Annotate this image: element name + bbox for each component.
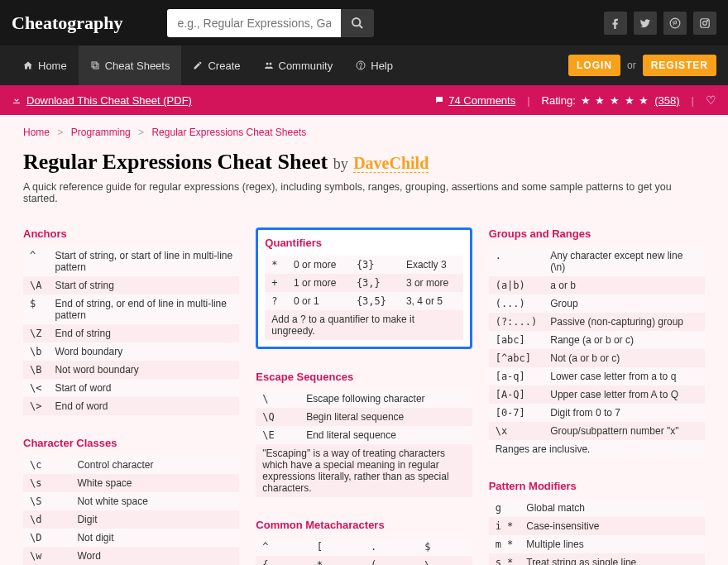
symbol-cell: (...) <box>489 294 544 313</box>
symbol-cell: . <box>489 247 544 276</box>
breadcrumb: Home > Programming > Regular Expressions… <box>23 127 705 138</box>
nav-help-label: Help <box>371 60 393 72</box>
symbol-cell: \E <box>256 426 299 444</box>
commonmeta-card: Common Metacharacters ^[.${*(\+)|?<>The … <box>256 519 472 565</box>
author-link[interactable]: DaveChild <box>353 154 429 173</box>
symbol-cell: \d <box>23 510 70 529</box>
search-form <box>167 9 374 37</box>
note-cell: Add a ? to a quantifier to make it ungre… <box>265 310 462 340</box>
description-cell: Begin literal sequence <box>299 408 472 426</box>
modifiers-table: gGlobal matchi *Case-insensitivem *Multi… <box>489 499 705 565</box>
nav-home[interactable]: Home <box>12 45 79 85</box>
svg-point-8 <box>266 63 268 65</box>
pinterest-icon[interactable] <box>663 12 687 35</box>
table-row: \EEnd literal sequence <box>256 426 472 444</box>
symbol-cell: (a|b) <box>489 276 544 294</box>
commonmeta-title: Common Metacharacters <box>256 519 472 531</box>
column-2: Quantifiers *0 or more{3}Exactly 3+1 or … <box>256 227 472 565</box>
table-row: [a-q]Lower case letter from a to q <box>489 367 705 385</box>
symbol-cell: $ <box>23 294 48 324</box>
facebook-icon[interactable] <box>604 12 627 35</box>
description-cell: Multiple lines <box>520 535 705 553</box>
table-row: \BNot word boundary <box>23 361 239 379</box>
login-button[interactable]: LOGIN <box>568 55 620 76</box>
breadcrumb-regex[interactable]: Regular Expressions Cheat Sheets <box>151 127 306 138</box>
register-button[interactable]: REGISTER <box>643 55 716 76</box>
symbol-cell: [ <box>310 538 364 556</box>
symbol-cell: (?:...) <box>489 313 544 331</box>
rating-count-link[interactable]: (358) <box>654 94 679 107</box>
nav-community[interactable]: Community <box>252 45 345 85</box>
anchors-card: Anchors ^Start of string, or start of li… <box>23 227 239 415</box>
groups-card: Groups and Ranges .Any character except … <box>489 227 705 458</box>
svg-rect-6 <box>93 64 98 69</box>
table-row: [0-7]Digit from 0 to 7 <box>489 404 705 422</box>
note-cell: "Escaping" is a way of treating characte… <box>256 444 472 497</box>
twitter-icon[interactable] <box>634 12 657 35</box>
table-row: [^abc]Not (a or b or c) <box>489 349 705 367</box>
description-cell: a or b <box>544 276 705 294</box>
table-row: {*(\ <box>256 556 472 565</box>
table-row: \QBegin literal sequence <box>256 408 472 426</box>
search-icon <box>351 17 364 30</box>
site-logo[interactable]: Cheatography <box>12 12 122 34</box>
table-row: \ZEnd of string <box>23 324 239 342</box>
breadcrumb-programming[interactable]: Programming <box>71 127 131 138</box>
svg-point-11 <box>361 68 362 69</box>
rating-label: Rating: <box>542 94 576 107</box>
table-row: +1 or more{3,}3 or more <box>265 274 462 292</box>
download-link[interactable]: Download This Cheat Sheet (PDF) <box>26 94 192 107</box>
description-cell: Escape following character <box>299 390 472 408</box>
search-input[interactable] <box>167 9 341 37</box>
nav-create[interactable]: Create <box>181 45 251 85</box>
table-row: \Escape following character <box>256 390 472 408</box>
table-row: $End of string, or end of line in multi-… <box>23 294 239 324</box>
table-row: \DNot digit <box>23 529 239 547</box>
table-row: i *Case-insensitive <box>489 517 705 535</box>
symbol-cell: \Z <box>23 324 48 342</box>
commonmeta-table: ^[.${*(\+)|?<>The escape character is us… <box>256 538 472 565</box>
description-cell: Group <box>544 294 705 313</box>
symbol-cell: \w <box>23 547 70 565</box>
rating-stars[interactable]: ★ ★ ★ ★ ★ <box>581 94 649 107</box>
symbol-cell: { <box>256 556 309 565</box>
symbol-cell: + <box>265 274 287 292</box>
nav-cheat-sheets-label: Cheat Sheets <box>105 60 170 72</box>
breadcrumb-home[interactable]: Home <box>23 127 50 138</box>
nav-cheat-sheets[interactable]: Cheat Sheets <box>79 45 182 85</box>
svg-point-0 <box>352 18 360 26</box>
modifiers-title: Pattern Modifiers <box>489 480 705 492</box>
description-cell: Not word boundary <box>48 361 239 379</box>
description-cell: Digit <box>70 510 239 529</box>
page-subtitle: A quick reference guide for regular expr… <box>23 181 705 204</box>
description-cell: Word <box>70 547 239 565</box>
nav-community-label: Community <box>279 60 333 72</box>
page-content: Home > Programming > Regular Expressions… <box>0 115 728 565</box>
description-cell: Upper case letter from A to Q <box>544 385 705 404</box>
instagram-icon[interactable] <box>693 12 716 35</box>
description-cell: End literal sequence <box>299 426 472 444</box>
pencil-icon <box>193 60 203 70</box>
comments-link[interactable]: 74 Comments <box>448 94 515 107</box>
description-cell: Not digit <box>70 529 239 547</box>
search-button[interactable] <box>341 9 374 37</box>
svg-point-5 <box>707 20 708 21</box>
table-row: ^[.$ <box>256 538 472 556</box>
table-row: s *Treat string as single line <box>489 553 705 565</box>
symbol-cell: \x <box>489 422 544 440</box>
groups-table: .Any character except new line (\n)(a|b)… <box>489 247 705 458</box>
charclasses-card: Character Classes \cControl character\sW… <box>23 437 239 565</box>
symbol-cell: \b <box>23 342 48 361</box>
description-cell: End of string <box>48 324 239 342</box>
nav-help[interactable]: Help <box>344 45 405 85</box>
favorite-icon[interactable]: ♡ <box>706 93 716 107</box>
table-row: \AStart of string <box>23 276 239 294</box>
description-cell: Word boundary <box>48 342 239 361</box>
table-row: (a|b)a or b <box>489 276 705 294</box>
description-cell: Case-insensitive <box>520 517 705 535</box>
table-row: \bWord boundary <box>23 342 239 361</box>
description-cell: Global match <box>520 499 705 517</box>
description-cell: 0 or 1 <box>287 292 350 310</box>
symbol-cell: \c <box>23 456 70 474</box>
auth-or-text: or <box>627 60 636 71</box>
